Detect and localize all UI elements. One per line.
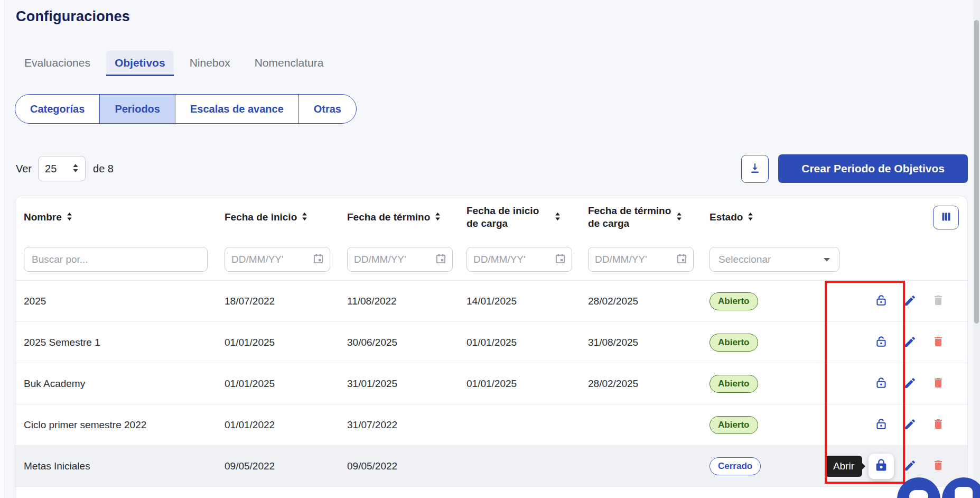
date-filter-input[interactable]: DD/MM/YY': [466, 247, 572, 272]
delete-button[interactable]: [931, 294, 945, 308]
table-row[interactable]: Metas Iniciales 09/05/2022 09/05/2022 Ce…: [15, 446, 967, 487]
cell-termino-carga: 31/08/2025: [580, 337, 701, 348]
column-header-fecha-termino[interactable]: Fecha de término: [339, 211, 458, 224]
cell-nombre: Metas Iniciales: [15, 460, 216, 472]
tab-evaluaciones[interactable]: Evaluaciones: [16, 50, 99, 76]
lock-button[interactable]: [874, 377, 888, 391]
delete-button[interactable]: [931, 377, 945, 391]
column-header-nombre[interactable]: Nombre: [15, 211, 216, 224]
cell-nombre: 2025: [15, 296, 216, 307]
tooltip: Abrir: [825, 456, 862, 477]
cell-actions: [834, 377, 967, 391]
cell-nombre: Ciclo primer semestre 2022: [15, 419, 216, 431]
cell-fecha-termino: 11/08/2022: [339, 296, 458, 307]
cell-estado: Cerrado: [701, 457, 834, 475]
table-row[interactable]: 2025 18/07/2022 11/08/2022 14/01/2025 28…: [15, 281, 967, 322]
lock-button[interactable]: [874, 336, 888, 349]
column-settings-button[interactable]: [933, 206, 959, 229]
pill-escalas-de-avance[interactable]: Escalas de avance: [175, 95, 298, 123]
sort-icon[interactable]: [555, 211, 561, 223]
sort-icon[interactable]: [748, 211, 753, 223]
header-actions-cell: [834, 206, 967, 229]
cell-fecha-termino: 09/05/2022: [339, 460, 458, 472]
pencil-icon: [903, 459, 917, 474]
chat-button[interactable]: [897, 477, 940, 498]
pencil-icon: [903, 376, 917, 391]
scrollbar-thumb[interactable]: [974, 20, 979, 324]
cell-actions: [834, 336, 967, 349]
lock-button[interactable]: [874, 294, 888, 308]
cell-actions: Abrir: [834, 459, 967, 473]
calendar-icon: [435, 252, 447, 266]
table-row[interactable]: 2025 Semestre 1 01/01/2025 30/06/2025 01…: [15, 322, 967, 363]
delete-button[interactable]: [931, 418, 945, 432]
pencil-icon: [903, 335, 917, 350]
trash-icon: [932, 335, 945, 349]
filter-cell-nombre: [15, 247, 216, 272]
table-row[interactable]: Buk Academy 01/01/2025 31/01/2025 01/01/…: [15, 363, 967, 404]
cell-fecha-inicio: 09/05/2022: [216, 460, 339, 472]
cell-estado: Abierto: [701, 334, 834, 352]
download-button[interactable]: [741, 155, 769, 183]
cell-termino-carga: 28/02/2025: [580, 378, 701, 390]
lock-button[interactable]: Abrir: [869, 454, 894, 479]
cell-nombre: 2025 Semestre 1: [15, 337, 216, 348]
edit-button[interactable]: [903, 418, 917, 432]
lock-open-icon: [874, 417, 888, 432]
column-header-fecha-termino-carga[interactable]: Fecha de término de carga: [580, 205, 701, 230]
column-header-fecha-inicio[interactable]: Fecha de inicio: [216, 211, 339, 224]
cell-inicio-carga: 01/01/2025: [458, 337, 580, 348]
estado-filter-select[interactable]: Seleccionar: [710, 247, 839, 272]
date-filter-input[interactable]: DD/MM/YY': [588, 247, 694, 272]
cell-actions: [834, 418, 967, 432]
chevron-down-icon: [823, 255, 830, 264]
table-header-row: Nombre Fecha de inicio Fecha de término …: [15, 196, 967, 238]
search-input[interactable]: [24, 247, 208, 272]
edit-button[interactable]: [903, 459, 917, 473]
columns-icon: [940, 210, 953, 225]
pill-categorias[interactable]: Categorías: [15, 95, 99, 123]
edit-button[interactable]: [903, 294, 917, 308]
date-filter-input[interactable]: DD/MM/YY': [225, 247, 330, 272]
delete-button[interactable]: [931, 459, 945, 473]
objetivos-sub-tabs: Categorías Periodos Escalas de avance Ot…: [15, 94, 357, 124]
sort-icon[interactable]: [435, 211, 441, 223]
assistant-button[interactable]: [942, 477, 980, 498]
trash-icon: [932, 418, 945, 432]
pill-periodos[interactable]: Periodos: [99, 95, 175, 123]
table-row[interactable]: Ciclo primer semestre 2022 01/01/2022 31…: [15, 404, 967, 446]
table-controls: Ver 25 de 8 Crear Periodo de Objetivos: [16, 154, 968, 183]
column-header-fecha-inicio-carga[interactable]: Fecha de inicio de carga: [458, 205, 580, 230]
page-size-control: Ver 25 de 8: [16, 156, 114, 181]
lock-button[interactable]: [874, 418, 888, 432]
lock-open-icon: [874, 376, 888, 391]
status-badge: Abierto: [710, 292, 758, 310]
create-period-button[interactable]: Crear Periodo de Objetivos: [778, 154, 968, 183]
edit-button[interactable]: [903, 336, 917, 349]
tab-ninebox[interactable]: Ninebox: [181, 50, 239, 76]
edit-button[interactable]: [903, 377, 917, 391]
date-filter-input[interactable]: DD/MM/YY': [347, 247, 453, 272]
page-size-value: 25: [45, 163, 57, 175]
column-header-estado[interactable]: Estado: [701, 211, 834, 224]
sort-icon[interactable]: [67, 211, 72, 223]
left-edge-strip: [0, 0, 5, 498]
cell-inicio-carga: 14/01/2025: [458, 296, 580, 307]
page-size-select[interactable]: 25: [38, 156, 86, 181]
scrollbar[interactable]: [973, 0, 980, 498]
main-tabs: Evaluaciones Objetivos Ninebox Nomenclat…: [16, 50, 980, 76]
filter-cell-fecha-termino: DD/MM/YY': [339, 247, 458, 272]
pill-otras[interactable]: Otras: [298, 95, 356, 123]
trash-icon: [932, 376, 945, 391]
cell-fecha-termino: 30/06/2025: [339, 337, 458, 348]
status-badge: Cerrado: [710, 457, 761, 475]
calendar-icon: [312, 252, 324, 266]
cell-estado: Abierto: [701, 292, 834, 310]
delete-button[interactable]: [931, 336, 945, 349]
sort-icon[interactable]: [676, 211, 682, 223]
cell-estado: Abierto: [701, 375, 834, 393]
sort-icon[interactable]: [302, 211, 307, 223]
status-badge: Abierto: [710, 375, 758, 393]
tab-nomenclatura[interactable]: Nomenclatura: [246, 50, 332, 76]
tab-objetivos[interactable]: Objetivos: [106, 50, 174, 76]
